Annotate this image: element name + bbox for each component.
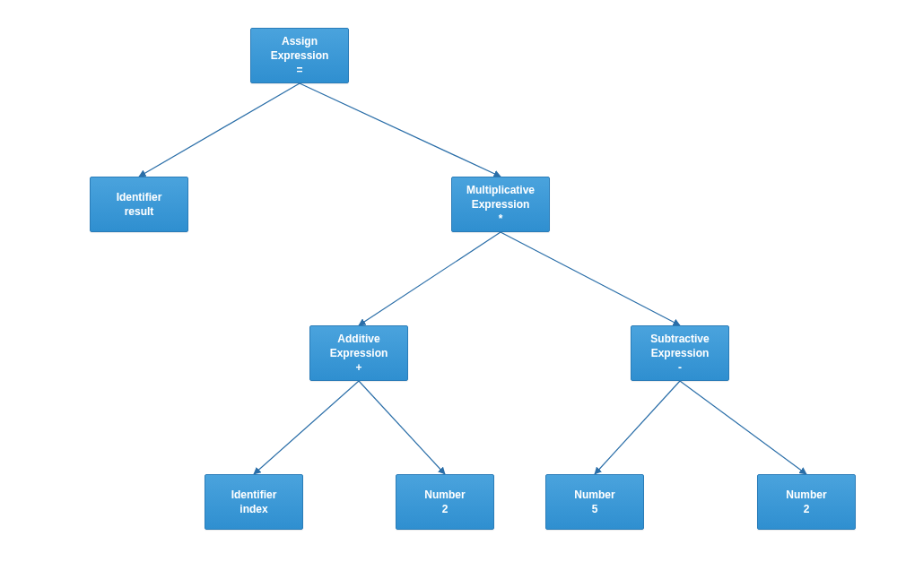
node-line: -: [678, 360, 682, 375]
node-line: index: [239, 502, 267, 516]
node-assign-expression: Assign Expression =: [250, 28, 349, 83]
node-identifier-index: Identifier index: [205, 474, 303, 530]
node-line: 5: [592, 502, 598, 516]
edge-arrow: [595, 381, 680, 474]
edge-arrow: [254, 381, 359, 474]
node-line: Number: [574, 488, 614, 502]
node-multiplicative-expression: Multiplicative Expression *: [451, 177, 550, 232]
node-line: Additive: [337, 332, 379, 346]
node-line: Identifier: [117, 190, 162, 204]
node-line: Expression: [271, 48, 329, 63]
node-line: Expression: [651, 346, 710, 360]
node-subtractive-expression: Subtractive Expression -: [631, 325, 729, 381]
edge-arrow: [139, 83, 300, 177]
node-number-2-right: Number 2: [757, 474, 856, 530]
node-line: 2: [442, 502, 448, 516]
edge-arrow: [359, 381, 445, 474]
node-line: Number: [424, 488, 465, 502]
node-number-5: Number 5: [545, 474, 644, 530]
node-line: =: [296, 63, 302, 77]
node-line: Expression: [472, 197, 530, 212]
node-additive-expression: Additive Expression +: [309, 325, 408, 381]
node-line: *: [499, 212, 503, 226]
node-line: Identifier: [231, 488, 277, 502]
edge-arrow: [501, 232, 680, 325]
edge-arrow: [359, 232, 501, 325]
edge-arrow: [680, 381, 806, 474]
node-identifier-result: Identifier result: [90, 177, 188, 232]
node-line: 2: [804, 502, 810, 516]
node-line: Assign: [282, 34, 318, 48]
node-line: Multiplicative: [466, 183, 535, 197]
node-line: Expression: [330, 346, 388, 360]
node-line: +: [355, 360, 361, 375]
node-line: Number: [786, 488, 826, 502]
node-number-2-left: Number 2: [396, 474, 494, 530]
node-line: Subtractive: [650, 332, 709, 346]
edge-arrow: [300, 83, 501, 177]
node-line: result: [125, 204, 154, 219]
